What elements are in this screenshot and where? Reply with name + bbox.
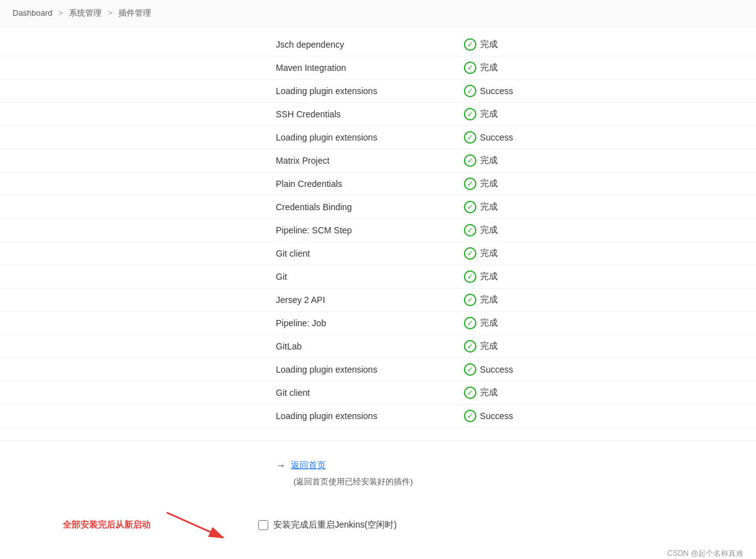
plugin-name: Git client (0, 381, 454, 405)
plugin-status-cell: ✓ Success (454, 126, 756, 149)
table-row: Plain Credentials ✓ 完成 (0, 173, 756, 196)
plugin-status-cell: ✓ 完成 (454, 149, 756, 173)
return-arrow-icon: → (276, 460, 286, 471)
svg-line-1 (167, 513, 223, 538)
table-row: Matrix Project ✓ 完成 (0, 149, 756, 173)
plugin-status-cell: ✓ 完成 (454, 219, 756, 242)
status-text: 完成 (480, 201, 498, 213)
check-icon: ✓ (464, 294, 476, 306)
restart-checkbox[interactable] (258, 520, 268, 530)
status-text: Success (480, 411, 513, 421)
breadcrumb: Dashboard > 系统管理 > 插件管理 (0, 0, 756, 27)
return-home-link[interactable]: 返回首页 (291, 460, 326, 471)
table-row: Maven Integration ✓ 完成 (0, 56, 756, 80)
plugin-name: Pipeline: SCM Step (0, 219, 454, 242)
main-content: Jsch dependency ✓ 完成 Maven Integration ✓… (0, 27, 756, 559)
plugin-name: Maven Integration (0, 56, 454, 80)
table-row: Loading plugin extensions ✓ Success (0, 405, 756, 428)
check-icon: ✓ (464, 201, 476, 213)
check-icon: ✓ (464, 270, 476, 283)
status-text: 完成 (480, 62, 498, 73)
table-row: SSH Credentials ✓ 完成 (0, 103, 756, 126)
status-text: 完成 (480, 109, 498, 120)
status-text: 完成 (480, 387, 498, 398)
check-icon: ✓ (464, 61, 476, 74)
plugin-status-cell: ✓ 完成 (454, 335, 756, 358)
check-icon: ✓ (464, 317, 476, 329)
plugin-name: Loading plugin extensions (0, 358, 454, 381)
table-row: Git client ✓ 完成 (0, 242, 756, 265)
footer-section: → 返回首页 (返回首页使用已经安装好的插件) 全部安装完后从新启动 安装完成后… (0, 440, 756, 556)
table-row: Jersey 2 API ✓ 完成 (0, 289, 756, 312)
status-text: 完成 (480, 317, 498, 329)
status-text: Success (480, 365, 513, 375)
check-icon: ✓ (464, 410, 476, 422)
restart-arrow-container (160, 506, 236, 544)
red-arrow-icon (160, 506, 236, 544)
check-icon: ✓ (464, 108, 476, 120)
plugin-name: Git client (0, 242, 454, 265)
check-icon: ✓ (464, 131, 476, 144)
plugin-status-cell: ✓ Success (454, 80, 756, 103)
status-text: 完成 (480, 341, 498, 352)
plugin-table: Jsch dependency ✓ 完成 Maven Integration ✓… (0, 33, 756, 428)
plugin-name: Pipeline: Job (0, 312, 454, 335)
check-icon: ✓ (464, 85, 476, 97)
check-icon: ✓ (464, 340, 476, 353)
plugin-status-cell: ✓ 完成 (454, 173, 756, 196)
status-text: Success (480, 132, 513, 142)
status-text: Success (480, 86, 513, 96)
plugin-name: Loading plugin extensions (0, 126, 454, 149)
plugin-status-cell: ✓ 完成 (454, 289, 756, 312)
plugin-name: Loading plugin extensions (0, 80, 454, 103)
table-row: Loading plugin extensions ✓ Success (0, 358, 756, 381)
table-row: Credentials Binding ✓ 完成 (0, 196, 756, 219)
table-row: Pipeline: SCM Step ✓ 完成 (0, 219, 756, 242)
check-icon: ✓ (464, 38, 476, 51)
check-icon: ✓ (464, 386, 476, 399)
plugin-status-cell: ✓ 完成 (454, 381, 756, 405)
restart-label: 全部安装完后从新启动 (63, 519, 150, 531)
plugin-name: Matrix Project (0, 149, 454, 173)
status-text: 完成 (480, 178, 498, 189)
check-icon: ✓ (464, 247, 476, 260)
plugin-name: Jsch dependency (0, 33, 454, 56)
breadcrumb-sep-1: > (58, 8, 65, 18)
plugin-status-cell: ✓ 完成 (454, 265, 756, 289)
check-icon: ✓ (464, 363, 476, 376)
status-text: 完成 (480, 39, 498, 50)
restart-checkbox-area: 安装完成后重启Jenkins(空闲时) (258, 519, 397, 531)
status-text: 完成 (480, 225, 498, 236)
table-row: Loading plugin extensions ✓ Success (0, 80, 756, 103)
plugin-name: SSH Credentials (0, 103, 454, 126)
plugin-status-cell: ✓ 完成 (454, 103, 756, 126)
table-row: Loading plugin extensions ✓ Success (0, 126, 756, 149)
return-link-row: → 返回首页 (0, 460, 756, 471)
plugin-name: Jersey 2 API (0, 289, 454, 312)
plugin-status-cell: ✓ 完成 (454, 33, 756, 56)
table-row: Pipeline: Job ✓ 完成 (0, 312, 756, 335)
breadcrumb-sep-2: > (108, 8, 115, 18)
status-text: 完成 (480, 294, 498, 306)
check-icon: ✓ (464, 224, 476, 237)
check-icon: ✓ (464, 154, 476, 167)
status-text: 完成 (480, 271, 498, 282)
plugin-name: Credentials Binding (0, 196, 454, 219)
return-description: (返回首页使用已经安装好的插件) (0, 476, 756, 487)
plugin-status-cell: ✓ Success (454, 405, 756, 428)
plugin-status-cell: ✓ 完成 (454, 196, 756, 219)
table-row: GitLab ✓ 完成 (0, 335, 756, 358)
table-row: Jsch dependency ✓ 完成 (0, 33, 756, 56)
plugin-name: Loading plugin extensions (0, 405, 454, 428)
plugin-status-cell: ✓ Success (454, 358, 756, 381)
breadcrumb-system[interactable]: 系统管理 (69, 8, 102, 18)
plugin-status-cell: ✓ 完成 (454, 56, 756, 80)
breadcrumb-plugins: 插件管理 (118, 8, 151, 18)
status-text: 完成 (480, 248, 498, 259)
status-text: 完成 (480, 155, 498, 166)
breadcrumb-dashboard[interactable]: Dashboard (13, 8, 53, 18)
restart-section: 全部安装完后从新启动 安装完成后重启Jenkins(空闲时) (0, 506, 756, 544)
plugin-status-cell: ✓ 完成 (454, 242, 756, 265)
table-row: Git client ✓ 完成 (0, 381, 756, 405)
restart-checkbox-label: 安装完成后重启Jenkins(空闲时) (273, 519, 397, 531)
